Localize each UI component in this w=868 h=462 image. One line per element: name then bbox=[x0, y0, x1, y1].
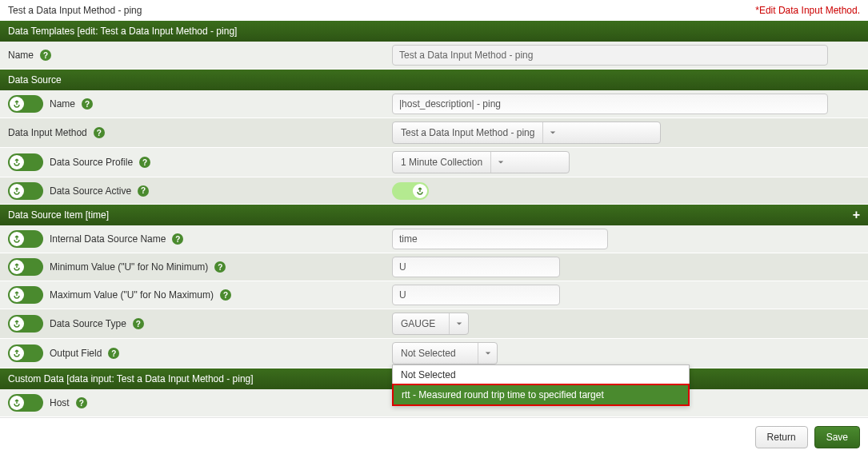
help-icon[interactable]: ? bbox=[40, 50, 51, 61]
help-icon[interactable]: ? bbox=[220, 289, 231, 301]
help-icon[interactable]: ? bbox=[172, 233, 183, 245]
min-value-label: Minimum Value ("U" for No Minimum) bbox=[50, 261, 208, 273]
override-toggle[interactable] bbox=[8, 258, 43, 276]
dropdown-option[interactable]: Not Selected bbox=[393, 365, 689, 384]
output-field-label: Output Field bbox=[50, 348, 102, 359]
section-title: Custom Data [data input: Test a Data Inp… bbox=[8, 373, 254, 384]
select-value: Not Selected bbox=[393, 348, 478, 359]
section-data-source-item: Data Source Item [time] + bbox=[0, 205, 868, 225]
select-value: 1 Minute Collection bbox=[393, 157, 490, 168]
override-toggle[interactable] bbox=[8, 95, 43, 113]
name-input[interactable] bbox=[392, 45, 828, 66]
return-button[interactable]: Return bbox=[755, 426, 808, 448]
internal-ds-name-label: Internal Data Source Name bbox=[50, 233, 166, 245]
chevron-down-icon bbox=[542, 122, 562, 143]
select-value: Test a Data Input Method - ping bbox=[393, 127, 542, 138]
help-icon[interactable]: ? bbox=[214, 261, 226, 273]
chevron-down-icon bbox=[490, 152, 510, 173]
data-source-type-label: Data Source Type bbox=[50, 318, 126, 329]
min-value-input[interactable] bbox=[392, 257, 560, 277]
max-value-input[interactable] bbox=[392, 285, 560, 305]
add-item-button[interactable]: + bbox=[853, 210, 860, 220]
ds-name-label: Name bbox=[50, 98, 75, 110]
edit-data-input-method-link[interactable]: *Edit Data Input Method. bbox=[755, 5, 860, 16]
override-toggle[interactable] bbox=[8, 230, 43, 248]
override-toggle[interactable] bbox=[8, 394, 43, 412]
help-icon[interactable]: ? bbox=[76, 397, 87, 408]
override-toggle[interactable] bbox=[8, 345, 43, 362]
section-title: Data Source bbox=[8, 74, 62, 86]
page-title: Test a Data Input Method - ping bbox=[8, 5, 142, 16]
name-label: Name bbox=[8, 50, 34, 61]
override-toggle[interactable] bbox=[8, 182, 43, 200]
max-value-label: Maximum Value ("U" for No Maximum) bbox=[50, 289, 214, 301]
chevron-down-icon bbox=[478, 343, 497, 364]
help-icon[interactable]: ? bbox=[82, 98, 93, 110]
override-toggle[interactable] bbox=[8, 315, 43, 333]
internal-ds-name-input[interactable] bbox=[392, 229, 608, 249]
data-source-profile-select[interactable]: 1 Minute Collection bbox=[392, 151, 570, 173]
output-field-dropdown[interactable]: Not Selected rtt - Measured round trip t… bbox=[392, 364, 690, 406]
section-data-source: Data Source bbox=[0, 70, 868, 90]
override-toggle[interactable] bbox=[8, 286, 43, 304]
chevron-down-icon bbox=[449, 313, 468, 334]
data-input-method-label: Data Input Method bbox=[8, 127, 87, 138]
dropdown-option[interactable]: rtt - Measured round trip time to specif… bbox=[392, 384, 690, 406]
select-value: GAUGE bbox=[393, 318, 449, 329]
host-label: Host bbox=[50, 397, 70, 408]
section-data-templates: Data Templates [edit: Test a Data Input … bbox=[0, 21, 868, 42]
data-source-profile-label: Data Source Profile bbox=[50, 157, 133, 168]
output-field-select[interactable]: Not Selected bbox=[392, 342, 498, 364]
override-toggle[interactable] bbox=[8, 153, 43, 171]
data-input-method-select[interactable]: Test a Data Input Method - ping bbox=[392, 121, 661, 144]
save-button[interactable]: Save bbox=[814, 426, 860, 448]
data-source-type-select[interactable]: GAUGE bbox=[392, 313, 469, 335]
data-source-active-label: Data Source Active bbox=[50, 185, 131, 197]
help-icon[interactable]: ? bbox=[138, 185, 149, 197]
section-title: Data Templates [edit: Test a Data Input … bbox=[8, 26, 237, 37]
section-title: Data Source Item [time] bbox=[8, 209, 109, 221]
data-source-active-toggle[interactable] bbox=[392, 182, 429, 200]
help-icon[interactable]: ? bbox=[94, 127, 105, 138]
help-icon[interactable]: ? bbox=[139, 157, 150, 168]
help-icon[interactable]: ? bbox=[133, 318, 144, 329]
ds-name-input[interactable] bbox=[392, 94, 828, 114]
help-icon[interactable]: ? bbox=[108, 348, 119, 359]
